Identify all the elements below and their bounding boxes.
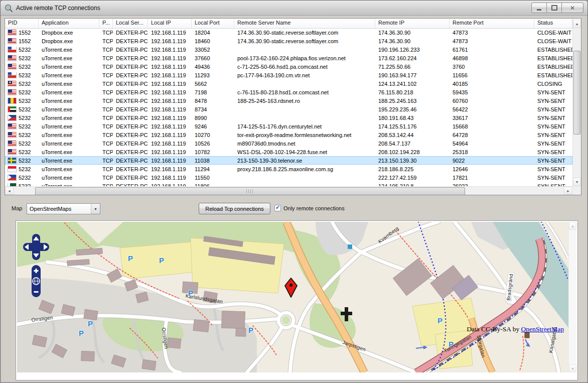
cell-lport: 11038	[192, 158, 234, 164]
table-row[interactable]: 5232uTorrent.exeTCPDEXTER-PC192.168.1.11…	[5, 182, 572, 186]
column-header-lip[interactable]: Local IP	[148, 19, 192, 28]
horizontal-scroll-thumb[interactable]	[35, 187, 465, 195]
cell-lport: 10782	[192, 149, 234, 155]
table-row[interactable]: 5232uTorrent.exeTCPDEXTER-PC192.168.1.11…	[5, 62, 572, 71]
table-row[interactable]: 5232uTorrent.exeTCPDEXTER-PC192.168.1.11…	[5, 45, 572, 54]
cell-pid: 5232	[5, 106, 39, 112]
cell-lport: 49436	[192, 64, 234, 70]
parking-icon: P	[128, 254, 133, 263]
close-button[interactable]: ✕	[562, 3, 583, 13]
scroll-down-icon[interactable]: ▼	[573, 178, 581, 186]
scroll-right-icon[interactable]: ►	[564, 187, 572, 195]
cell-rip: 208.102.194.228	[375, 149, 450, 155]
cell-pid: 5232	[5, 98, 39, 104]
table-row[interactable]: 5232uTorrent.exeTCPDEXTER-PC192.168.1.11…	[5, 139, 572, 148]
column-header-rname[interactable]: Remote Server Name	[234, 19, 375, 28]
maximize-button[interactable]	[547, 3, 562, 13]
cell-pid: 1552	[5, 38, 39, 44]
column-header-proto[interactable]: P...	[99, 19, 113, 28]
table-body: 1552Dropbox.exeTCPDEXTER-PC192.168.1.119…	[5, 28, 572, 186]
parking-icon: P	[88, 319, 93, 328]
table-row[interactable]: 1552Dropbox.exeTCPDEXTER-PC192.168.1.119…	[5, 28, 572, 37]
column-header-lserver[interactable]: Local Ser...	[113, 19, 148, 28]
flag-icon-us	[8, 141, 16, 146]
column-header-status[interactable]: Status	[534, 19, 572, 28]
cell-rname: tor-exit-proxy8-readme.formlessnetworkin…	[234, 132, 375, 138]
cell-lip: 192.168.1.119	[148, 55, 192, 61]
cell-lip: 192.168.1.119	[148, 38, 192, 44]
cell-rport: 60760	[450, 98, 534, 104]
table-row[interactable]: 5232uTorrent.exeTCPDEXTER-PC192.168.1.11…	[5, 122, 572, 131]
map-panel: KarlslundsgatanOrrstigenOrrstigenJarpsti…	[16, 220, 578, 380]
table-row[interactable]: 5232uTorrent.exeTCPDEXTER-PC192.168.1.11…	[5, 88, 572, 96]
scroll-left-icon[interactable]: ◄	[5, 187, 14, 195]
cell-rip: 71.225.50.66	[375, 64, 450, 70]
table-row[interactable]: 5232uTorrent.exeTCPDEXTER-PC192.168.1.11…	[5, 148, 572, 156]
maximize-icon	[551, 5, 557, 11]
cell-lserver: DEXTER-PC	[113, 141, 148, 147]
cell-pid: 5232	[5, 55, 39, 61]
cell-pid: 5232	[5, 132, 39, 138]
reload-tcp-button[interactable]: Reload Tcp connections	[199, 203, 270, 214]
table-row[interactable]: 1552Dropbox.exeTCPDEXTER-PC192.168.1.119…	[5, 37, 572, 45]
table-row[interactable]: 5232uTorrent.exeTCPDEXTER-PC192.168.1.11…	[5, 96, 572, 105]
table-vertical-scrollbar[interactable]: ▲ ▼	[572, 20, 581, 186]
column-header-app[interactable]: Application	[39, 19, 99, 28]
cell-lip: 192.168.1.119	[148, 98, 192, 104]
table-row[interactable]: 5232uTorrent.exeTCPDEXTER-PC192.168.1.11…	[5, 131, 572, 139]
cell-rip: 222.127.42.159	[375, 175, 450, 181]
cell-lserver: DEXTER-PC	[113, 115, 148, 121]
table-row[interactable]: 5232uTorrent.exeTCPDEXTER-PC192.168.1.11…	[5, 105, 572, 113]
cell-lport: 18460	[192, 38, 234, 44]
cell-status: SYN-SENT	[534, 175, 572, 181]
cell-lip: 192.168.1.119	[148, 175, 192, 181]
map-scroll-up-icon[interactable]: ▲	[569, 222, 576, 230]
only-remote-checkbox[interactable]: ✔	[274, 205, 281, 211]
column-header-rip[interactable]: Remote IP	[375, 19, 450, 28]
map-provider-select[interactable]: OpenStreetMaps ▼	[27, 203, 100, 214]
window-title: Active remote TCP connections	[16, 5, 100, 12]
openstreetmap-link[interactable]: OpenStreetMap	[521, 325, 564, 333]
cell-rip: 208.54.7.137	[375, 141, 450, 147]
cell-lip: 192.168.1.119	[148, 166, 192, 172]
minimize-button[interactable]	[531, 3, 547, 13]
cell-app: uTorrent.exe	[39, 149, 99, 155]
scrollbar-corner	[572, 186, 581, 195]
scroll-up-icon[interactable]: ▲	[573, 20, 581, 28]
table-row[interactable]: 5232uTorrent.exeTCPDEXTER-PC192.168.1.11…	[5, 54, 572, 62]
cell-rip: 173.62.160.224	[375, 55, 450, 61]
cell-pid: 1552	[5, 30, 39, 36]
cell-status: CLOSE-WAIT	[534, 38, 572, 44]
map-vertical-scrollbar[interactable]: ▲ ▼	[568, 222, 576, 372]
title-bar[interactable]: Active remote TCP connections ✕	[1, 1, 587, 16]
table-row[interactable]: 5232uTorrent.exeTCPDEXTER-PC192.168.1.11…	[5, 71, 572, 79]
cell-lip: 192.168.1.119	[148, 149, 192, 155]
cell-lip: 192.168.1.119	[148, 141, 192, 147]
table-horizontal-scrollbar[interactable]: ◄ ►	[5, 186, 572, 195]
flag-icon-us	[8, 30, 16, 35]
cell-proto: TCP	[99, 89, 113, 95]
cell-app: uTorrent.exe	[39, 115, 99, 121]
map-scroll-down-icon[interactable]: ▼	[569, 364, 576, 372]
table-row[interactable]: 5232uTorrent.exeTCPDEXTER-PC192.168.1.11…	[5, 173, 572, 182]
map-canvas[interactable]: KarlslundsgatanOrrstigenOrrstigenJarpsti…	[17, 222, 569, 372]
table-row[interactable]: 5232uTorrent.exeTCPDEXTER-PC192.168.1.11…	[5, 165, 572, 173]
table-row[interactable]: 5232uTorrent.exeTCPDEXTER-PC192.168.1.11…	[5, 156, 572, 165]
column-header-rport[interactable]: Remote Port	[450, 19, 534, 28]
cell-lserver: DEXTER-PC	[113, 106, 148, 112]
chevron-down-icon[interactable]: ▼	[91, 204, 100, 214]
cell-rport: 47873	[450, 38, 534, 44]
cell-rport: 12646	[450, 166, 534, 172]
cell-lport: 8478	[192, 98, 234, 104]
table-row[interactable]: 5232uTorrent.exeTCPDEXTER-PC192.168.1.11…	[5, 79, 572, 88]
cell-status: SYN-SENT	[534, 98, 572, 104]
table-row[interactable]: 5232uTorrent.exeTCPDEXTER-PC192.168.1.11…	[5, 113, 572, 122]
vertical-scroll-thumb[interactable]	[573, 51, 580, 135]
close-icon: ✕	[570, 5, 575, 11]
map-navigation-control[interactable]	[21, 233, 51, 308]
cell-status: SYN-SENT	[534, 115, 572, 121]
column-header-pid[interactable]: PID	[5, 19, 39, 28]
column-header-lport[interactable]: Local Port	[192, 19, 234, 28]
cell-lip: 192.168.1.119	[148, 89, 192, 95]
cell-pid: 5232	[5, 89, 39, 95]
